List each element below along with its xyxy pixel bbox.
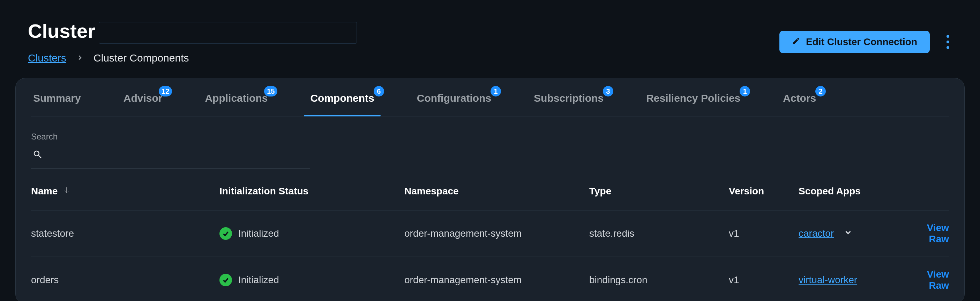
cell-version: v1: [729, 228, 799, 239]
status-text: Initialized: [238, 228, 279, 239]
column-header-version[interactable]: Version: [729, 186, 799, 197]
column-header-name-label: Name: [31, 186, 57, 197]
status-text: Initialized: [238, 274, 279, 286]
tab-subscriptions[interactable]: Subscriptions3: [532, 92, 606, 116]
cell-name: orders: [31, 274, 220, 286]
tab-badge: 2: [815, 86, 826, 96]
tabs-bar: SummaryAdvisor12Applications15Components…: [31, 92, 949, 117]
cell-type: bindings.cron: [589, 274, 729, 286]
tab-badge: 1: [490, 86, 501, 96]
cell-init-status: Initialized: [220, 274, 404, 286]
search-label: Search: [31, 132, 949, 142]
cell-version: v1: [729, 274, 799, 286]
chevron-down-icon[interactable]: [843, 228, 853, 240]
breadcrumb: Clusters Cluster Components: [28, 52, 357, 64]
tab-badge: 1: [740, 86, 750, 96]
tab-label: Resiliency Policies: [646, 92, 740, 104]
tab-badge: 6: [374, 86, 384, 96]
search-input[interactable]: [48, 150, 309, 162]
tab-label: Actors: [783, 92, 816, 104]
table-row: ordersInitializedorder-management-system…: [31, 257, 949, 301]
cell-action: View Raw: [910, 269, 949, 291]
cell-namespace: order-management-system: [404, 228, 589, 239]
view-raw-button[interactable]: View Raw: [927, 223, 949, 244]
table-row: statestoreInitializedorder-management-sy…: [31, 210, 949, 257]
column-header-scoped-apps[interactable]: Scoped Apps: [799, 186, 910, 197]
cell-scoped-apps: caractor: [799, 228, 910, 240]
tab-applications[interactable]: Applications15: [203, 92, 270, 116]
tab-label: Configurations: [417, 92, 491, 104]
tab-badge: 15: [264, 86, 277, 96]
scoped-app-link[interactable]: caractor: [799, 228, 834, 239]
cell-init-status: Initialized: [220, 227, 404, 240]
edit-button-label: Edit Cluster Connection: [806, 36, 917, 48]
tab-summary[interactable]: Summary: [31, 92, 83, 116]
cell-action: View Raw: [910, 223, 949, 245]
check-circle-icon: [220, 274, 232, 286]
view-raw-button[interactable]: View Raw: [927, 269, 949, 291]
check-circle-icon: [220, 227, 232, 240]
cell-name: statestore: [31, 228, 220, 239]
tab-badge: 3: [603, 86, 613, 96]
tab-label: Summary: [33, 92, 81, 104]
column-header-type[interactable]: Type: [589, 186, 729, 197]
tab-label: Subscriptions: [534, 92, 604, 104]
cell-namespace: order-management-system: [404, 274, 589, 286]
scoped-app-link[interactable]: virtual-worker: [799, 274, 857, 286]
tab-actors[interactable]: Actors2: [781, 92, 818, 116]
tab-badge: 12: [159, 86, 172, 96]
tab-advisor[interactable]: Advisor12: [121, 92, 165, 116]
content-panel: SummaryAdvisor12Applications15Components…: [15, 78, 965, 301]
tab-configurations[interactable]: Configurations1: [415, 92, 493, 116]
pencil-icon: [792, 36, 800, 48]
breadcrumb-root-link[interactable]: Clusters: [28, 52, 66, 64]
tab-resiliency-policies[interactable]: Resiliency Policies1: [644, 92, 742, 116]
tab-components[interactable]: Components6: [308, 92, 376, 116]
column-header-init-status[interactable]: Initialization Status: [220, 186, 404, 197]
arrow-down-icon: [62, 186, 71, 197]
tab-label: Applications: [205, 92, 267, 104]
more-options-button[interactable]: [944, 32, 952, 52]
chevron-right-icon: [76, 52, 84, 64]
page-title: Cluster: [28, 19, 95, 42]
tab-label: Advisor: [124, 92, 162, 104]
edit-cluster-connection-button[interactable]: Edit Cluster Connection: [780, 31, 930, 53]
title-empty-selection: [99, 22, 357, 44]
column-header-namespace[interactable]: Namespace: [404, 186, 589, 197]
column-header-name[interactable]: Name: [31, 186, 220, 197]
tab-label: Components: [310, 92, 374, 104]
cell-type: state.redis: [589, 228, 729, 239]
breadcrumb-current: Cluster Components: [94, 52, 189, 64]
search-icon: [32, 149, 43, 162]
cell-scoped-apps: virtual-worker: [799, 274, 910, 286]
